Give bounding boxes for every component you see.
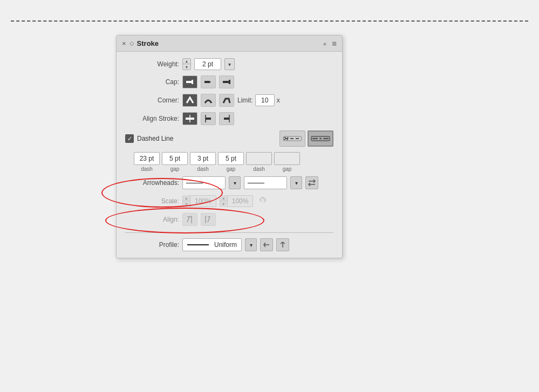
scale-label: Scale: xyxy=(125,197,179,205)
gap3-group: gap xyxy=(274,152,300,172)
weight-row: Weight: ▲ ▼ 2 pt ▾ xyxy=(125,58,333,70)
align-row: Align: xyxy=(125,213,333,226)
panel-title: Stroke xyxy=(137,39,159,47)
profile-flip-h-btn[interactable] xyxy=(276,238,289,251)
cap-row: Cap: xyxy=(125,75,333,88)
scale1-down[interactable]: ▼ xyxy=(183,201,190,207)
arrowhead-swap-btn[interactable] xyxy=(305,176,318,189)
scale2-spinner[interactable]: ▲ ▼ xyxy=(220,195,228,207)
profile-select[interactable]: Uniform xyxy=(182,238,242,251)
arrowheads-row: Arrowheads: —— ▾ —— ▾ xyxy=(125,176,333,189)
panel-header: × ◇ Stroke « ≡ xyxy=(117,36,342,52)
scale-value2: 100% xyxy=(228,196,253,206)
scale-value2-field[interactable]: ▲ ▼ 100% xyxy=(220,195,254,207)
panel-body: Weight: ▲ ▼ 2 pt ▾ Cap: Corner: xyxy=(117,52,342,258)
svg-rect-1 xyxy=(192,80,193,84)
scale-link-btn[interactable] xyxy=(256,195,267,208)
dashed-line-label: Dashed Line xyxy=(137,135,173,142)
svg-rect-0 xyxy=(186,81,192,83)
weight-label: Weight: xyxy=(125,60,179,68)
svg-rect-4 xyxy=(229,80,230,84)
profile-label: Profile: xyxy=(125,241,179,249)
svg-rect-9 xyxy=(224,118,229,120)
scale-value1-field[interactable]: ▲ ▼ 100% xyxy=(182,195,216,207)
arrowhead-end-select[interactable]: —— xyxy=(244,176,287,189)
top-dashed-line xyxy=(11,20,528,22)
gap2-label: gap xyxy=(227,166,236,172)
corner-label: Corner: xyxy=(125,97,179,104)
dash2-group: 3 pt dash xyxy=(190,152,216,172)
svg-rect-3 xyxy=(223,81,229,83)
menu-button[interactable]: ≡ xyxy=(332,39,337,48)
gap1-label: gap xyxy=(170,166,180,172)
dash1-input[interactable]: 23 pt xyxy=(134,152,160,165)
align-stroke-row: Align Stroke: xyxy=(125,112,333,125)
align-btn2[interactable] xyxy=(201,213,216,226)
limit-group: Limit: 10 x xyxy=(237,94,280,106)
cap-projecting-btn[interactable] xyxy=(219,75,234,88)
cap-label: Cap: xyxy=(125,78,179,86)
limit-x: x xyxy=(277,97,280,104)
align-outside-btn[interactable] xyxy=(219,112,234,125)
profile-row: Profile: Uniform ▾ xyxy=(125,238,333,251)
svg-line-22 xyxy=(261,199,264,202)
dashed-line-checkbox-group: ✓ Dashed Line xyxy=(125,134,173,143)
gap3-input[interactable] xyxy=(274,152,300,165)
scale-value1: 100% xyxy=(190,196,216,206)
arrowhead-start-dropdown[interactable]: ▾ xyxy=(229,176,241,189)
weight-spinner[interactable]: ▲ ▼ xyxy=(182,58,191,70)
dash2-label: dash xyxy=(197,166,209,172)
corner-miter-btn[interactable] xyxy=(182,94,197,107)
arrowhead-start-select[interactable]: —— xyxy=(182,176,226,189)
scale1-spinner[interactable]: ▲ ▼ xyxy=(183,195,190,207)
align-label: Align: xyxy=(125,216,179,223)
profile-line-icon xyxy=(187,244,209,245)
gap2-group: 5 pt gap xyxy=(218,152,244,172)
dash-pattern-short-btn[interactable] xyxy=(279,130,305,147)
scale-row: Scale: ▲ ▼ 100% ▲ ▼ 100% xyxy=(125,195,333,208)
corner-bevel-btn[interactable] xyxy=(219,94,234,107)
dash3-group: dash xyxy=(246,152,272,172)
dash3-label: dash xyxy=(253,166,265,172)
panel-header-left: × ◇ Stroke xyxy=(122,39,159,47)
collapse-button[interactable]: « xyxy=(323,40,326,47)
arrowhead-end-dropdown[interactable]: ▾ xyxy=(290,176,302,189)
align-btn1[interactable] xyxy=(182,213,197,226)
limit-label: Limit: xyxy=(237,97,253,104)
dash3-input[interactable] xyxy=(246,152,272,165)
profile-dropdown-btn[interactable]: ▾ xyxy=(245,238,257,251)
scale2-up[interactable]: ▲ xyxy=(220,195,228,201)
corner-round-btn[interactable] xyxy=(201,94,216,107)
dash-pattern-long-btn[interactable] xyxy=(308,130,333,147)
dash1-label: dash xyxy=(141,166,153,172)
svg-rect-2 xyxy=(204,81,209,83)
profile-value: Uniform xyxy=(214,241,237,249)
close-button[interactable]: × xyxy=(122,39,126,47)
align-inside-btn[interactable] xyxy=(201,112,216,125)
weight-down-btn[interactable]: ▼ xyxy=(183,64,190,70)
cap-round-btn[interactable] xyxy=(201,75,216,88)
profile-flip-v-btn[interactable] xyxy=(260,238,273,251)
stroke-panel: × ◇ Stroke « ≡ Weight: ▲ ▼ 2 pt ▾ Cap: xyxy=(116,35,343,258)
weight-up-btn[interactable]: ▲ xyxy=(183,59,190,64)
weight-dropdown-btn[interactable]: ▾ xyxy=(224,58,235,70)
scale1-up[interactable]: ▲ xyxy=(183,195,190,201)
scale2-down[interactable]: ▼ xyxy=(220,201,228,207)
svg-rect-7 xyxy=(206,118,211,120)
gap1-input[interactable]: 5 pt xyxy=(162,152,188,165)
diamond-icon: ◇ xyxy=(129,40,134,47)
dash2-input[interactable]: 3 pt xyxy=(190,152,216,165)
weight-value[interactable]: 2 pt xyxy=(194,58,221,70)
cap-butt-btn[interactable] xyxy=(182,75,197,88)
divider xyxy=(125,232,333,233)
gap1-group: 5 pt gap xyxy=(162,152,188,172)
limit-value[interactable]: 10 xyxy=(255,94,275,106)
corner-row: Corner: Limit: 10 x xyxy=(125,94,333,107)
align-stroke-label: Align Stroke: xyxy=(125,115,179,122)
dashed-line-row: ✓ Dashed Line xyxy=(125,130,333,147)
dashed-line-checkbox[interactable]: ✓ xyxy=(125,134,134,143)
align-center-btn[interactable] xyxy=(182,112,197,125)
dash-pattern-buttons xyxy=(279,130,333,147)
gap2-input[interactable]: 5 pt xyxy=(218,152,244,165)
gap3-label: gap xyxy=(283,166,292,172)
